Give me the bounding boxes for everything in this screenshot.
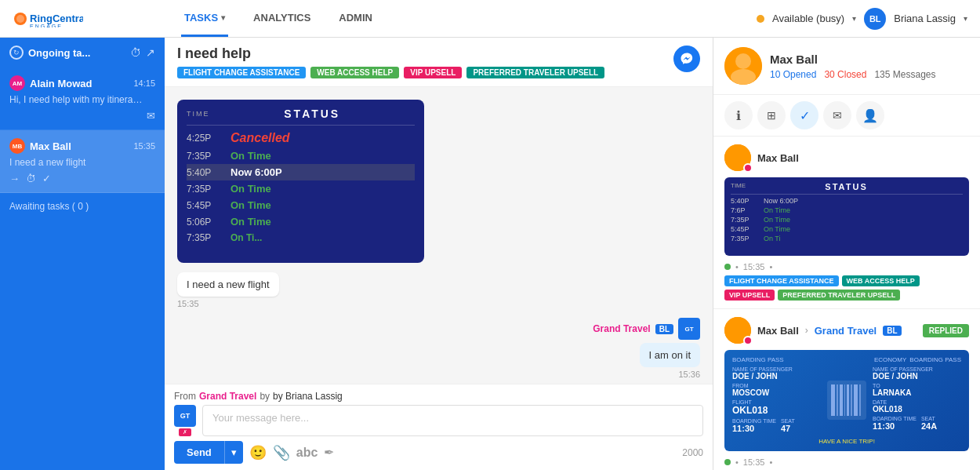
grand-travel-icon-sm: GT <box>678 318 700 340</box>
right-conv2-bl-badge: BL <box>883 326 901 336</box>
nav-right-area: Available (busy) ▾ BL Briana Lassig ▾ <box>757 8 967 30</box>
conv-name-alain: Alain Mowad <box>30 78 92 89</box>
right-conv2-arrow: › <box>805 325 808 336</box>
right-conv1-avatar <box>724 144 751 171</box>
format-icon[interactable]: abc <box>296 446 318 460</box>
ringcentral-logo: RingCentral ENGAGE <box>13 10 83 27</box>
conv-time-maxball: 15:35 <box>133 141 155 151</box>
msg-flight-status: TIME STATUS 4:25P Cancelled 7:35P On Tim… <box>177 100 424 263</box>
conv-item-alain[interactable]: AM Alain Mowad 14:15 Hi, I need help wit… <box>0 67 165 130</box>
chat-title: I need help <box>177 46 604 62</box>
svg-rect-10 <box>837 384 838 416</box>
profile-name: Max Ball <box>770 53 969 66</box>
msg-text-bubble: I need a new flight <box>177 272 279 297</box>
svg-text:RingCentral: RingCentral <box>30 13 83 24</box>
info-icon-btn[interactable]: ℹ <box>724 101 753 129</box>
msg-text-need-flight: I need a new flight 15:35 <box>177 272 279 308</box>
svg-rect-13 <box>847 384 849 416</box>
status-text[interactable]: Available (busy) <box>772 13 844 24</box>
right-profile-header: Max Ball 10 Opened 30 Closed 135 Message… <box>713 38 980 95</box>
right-conv2-bullet2: • <box>769 457 772 467</box>
analytics-label: ANALYTICS <box>253 12 310 24</box>
tag-preferred-traveler[interactable]: PREFERRED TRAVELER UPSELL <box>466 67 604 78</box>
send-button-group: Send ▾ <box>174 441 243 464</box>
grand-travel-input-icon: GT ✗ <box>174 405 196 436</box>
flight-status-image: TIME STATUS 4:25P Cancelled 7:35P On Tim… <box>177 100 424 263</box>
user-dropdown-arrow[interactable]: ▾ <box>964 14 967 23</box>
signature-icon[interactable]: ✒ <box>324 445 334 460</box>
svg-rect-15 <box>854 384 858 416</box>
tag-flight-change[interactable]: FLIGHT CHANGE ASSISTANCE <box>177 67 306 78</box>
agent-name-label: by Briana Lassig <box>273 391 343 402</box>
nav-tabs-group: TASKS ▾ ANALYTICS ADMIN <box>181 1 376 37</box>
right-panel: Max Ball 10 Opened 30 Closed 135 Message… <box>713 38 980 470</box>
right-conv2-avatar <box>724 317 751 344</box>
emoji-icon[interactable]: 🙂 <box>249 444 267 461</box>
right-conv1-flight-img: TIME STATUS 5:40PNow 6:00P 7:6POn Time 7… <box>724 177 969 256</box>
svg-rect-12 <box>844 384 845 416</box>
conv-item-maxball[interactable]: MB Max Ball 15:35 I need a new flight → … <box>0 130 165 193</box>
user-avatar-top: BL <box>864 8 886 30</box>
conv-forward-icon[interactable]: → <box>9 173 20 184</box>
chat-panel: I need help FLIGHT CHANGE ASSISTANCE WEB… <box>165 38 713 470</box>
conv-avatar-maxball: MB <box>9 138 25 154</box>
right-conv2-source[interactable]: Grand Travel <box>815 325 877 337</box>
conv-timer-icon[interactable]: ⏱ <box>26 173 36 184</box>
right-conv2-name: Max Ball <box>757 325 799 337</box>
chat-input-area: From Grand Travel by by Briana Lassig GT… <box>165 384 713 470</box>
chat-input-from-line: From Grand Travel by by Briana Lassig <box>174 391 703 402</box>
person-icon-btn[interactable]: 👤 <box>856 101 884 129</box>
right-conv2-bullet: • <box>735 457 739 467</box>
svg-rect-14 <box>851 384 852 416</box>
right-tag-vip1[interactable]: VIP UPSELL <box>724 290 775 301</box>
nav-tab-admin[interactable]: ADMIN <box>336 1 376 37</box>
send-dropdown-arrow[interactable]: ▾ <box>224 441 243 464</box>
status-dropdown-arrow[interactable]: ▾ <box>852 14 856 23</box>
right-conv2-time: 15:35 <box>743 457 765 467</box>
tag-vip-upsell[interactable]: VIP UPSELL <box>404 67 462 78</box>
msg-source-label: Grand Travel <box>593 323 650 334</box>
attachment-icon[interactable]: 📎 <box>273 444 290 461</box>
admin-label: ADMIN <box>339 12 372 24</box>
svg-point-5 <box>735 53 751 69</box>
send-button[interactable]: Send <box>174 441 224 464</box>
right-conv1-name: Max Ball <box>757 152 799 164</box>
conv-email-icon-alain: ✉ <box>147 110 155 122</box>
stat-opened: 10 Opened <box>770 69 816 80</box>
right-tag-flight1[interactable]: FLIGHT CHANGE ASSISTANCE <box>724 275 839 286</box>
logo-area: RingCentral ENGAGE <box>13 10 173 27</box>
right-tag-preferred1[interactable]: PREFERRED TRAVELER UPSELL <box>778 290 900 301</box>
chat-input-placeholder: Your message here... <box>212 412 309 424</box>
user-name[interactable]: Briana Lassig <box>894 13 956 24</box>
sidebar-history-icon[interactable]: ⏱ <box>130 46 141 59</box>
right-conv1-header: Max Ball <box>724 144 969 171</box>
chat-input-wrapper[interactable]: Your message here... <box>202 405 703 436</box>
msg-bubble-on-it: I am on it <box>640 343 700 367</box>
email-icon-btn[interactable]: ✉ <box>823 101 851 129</box>
right-conv1-bullet2: • <box>769 262 772 271</box>
boarding-pass-image: BOARDING PASS ECONOMY BOARDING PASS NAME… <box>724 350 969 451</box>
svg-rect-11 <box>840 384 843 416</box>
table-icon-btn[interactable]: ⊞ <box>757 101 786 129</box>
top-nav: RingCentral ENGAGE TASKS ▾ ANALYTICS ADM… <box>0 0 980 38</box>
tasks-label: TASKS <box>184 12 218 24</box>
svg-point-6 <box>731 69 756 85</box>
svg-text:ENGAGE: ENGAGE <box>30 24 63 27</box>
sidebar-transfer-icon[interactable]: ↗ <box>146 46 155 59</box>
svg-rect-16 <box>859 384 861 416</box>
chat-tags: FLIGHT CHANGE ASSISTANCE WEB ACCESS HELP… <box>177 67 604 78</box>
right-tag-web1[interactable]: WEB ACCESS HELP <box>842 275 920 286</box>
conv-preview-maxball: I need a new flight <box>9 157 143 168</box>
conv-check-icon[interactable]: ✓ <box>42 173 51 184</box>
source-name-link[interactable]: Grand Travel <box>199 391 256 402</box>
nav-tab-tasks[interactable]: TASKS ▾ <box>181 1 228 37</box>
chat-messenger-icon <box>673 46 700 72</box>
right-conv1-bullet: • <box>735 262 739 271</box>
char-count: 2000 <box>682 447 703 458</box>
nav-tab-analytics[interactable]: ANALYTICS <box>250 1 314 37</box>
svg-point-1 <box>16 15 24 23</box>
stat-messages: 135 Messages <box>874 69 935 80</box>
check-circle-icon-btn[interactable]: ✓ <box>790 101 818 129</box>
conv-name-maxball: Max Ball <box>30 140 71 152</box>
tag-web-access[interactable]: WEB ACCESS HELP <box>310 67 399 78</box>
